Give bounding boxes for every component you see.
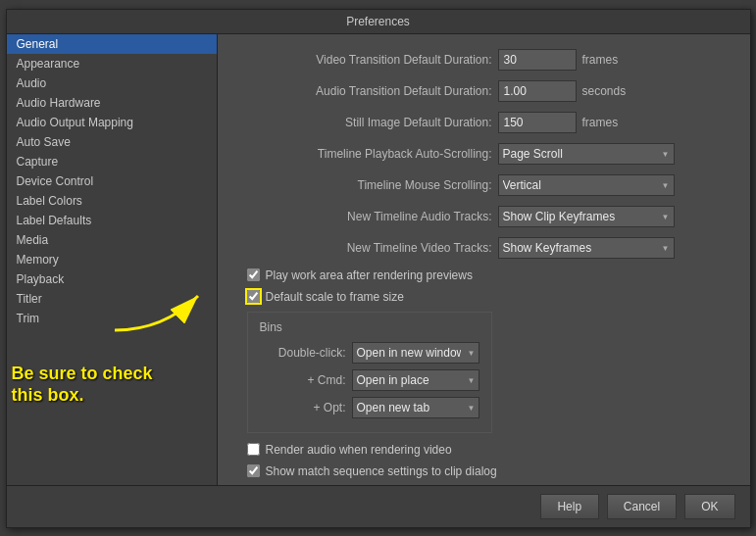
video-transition-unit: frames xyxy=(582,53,619,67)
cancel-button[interactable]: Cancel xyxy=(607,494,677,519)
bins-group: Bins Double-click: Open in new windowOpe… xyxy=(247,312,492,433)
audio-transition-row: Audio Transition Default Duration: secon… xyxy=(237,80,731,102)
main-panel: Video Transition Default Duration: frame… xyxy=(218,34,750,485)
default-scale-checkbox[interactable] xyxy=(247,290,260,303)
double-click-select-wrapper: Open in new windowOpen in place xyxy=(352,342,479,364)
timeline-playback-label: Timeline Playback Auto-Scrolling: xyxy=(237,147,492,161)
cmd-row: + Cmd: Open in placeOpen in new window xyxy=(260,369,479,391)
render-audio-label: Render audio when rendering video xyxy=(266,443,452,457)
sidebar-item-appearance[interactable]: Appearance xyxy=(7,54,217,73)
new-video-tracks-label: New Timeline Video Tracks: xyxy=(237,241,492,255)
opt-label: + Opt: xyxy=(260,401,346,414)
show-match-row: Show match sequence settings to clip dia… xyxy=(247,464,731,478)
sidebar-item-trim[interactable]: Trim xyxy=(7,309,217,328)
sidebar-item-media[interactable]: Media xyxy=(7,230,217,250)
render-audio-row: Render audio when rendering video xyxy=(247,443,731,457)
content-area: GeneralAppearanceAudioAudio HardwareAudi… xyxy=(7,34,750,485)
title-bar: Preferences xyxy=(7,10,750,34)
timeline-mouse-row: Timeline Mouse Scrolling: VerticalHorizo… xyxy=(237,174,731,196)
double-click-label: Double-click: xyxy=(260,346,346,360)
help-button[interactable]: Help xyxy=(540,494,599,519)
audio-transition-unit: seconds xyxy=(582,84,627,98)
sidebar-item-label-defaults[interactable]: Label Defaults xyxy=(7,211,217,230)
new-audio-tracks-row: New Timeline Audio Tracks: Show Clip Key… xyxy=(237,206,731,227)
new-video-tracks-row: New Timeline Video Tracks: Show Keyframe… xyxy=(237,237,731,259)
still-image-label: Still Image Default Duration: xyxy=(237,116,492,129)
video-transition-label: Video Transition Default Duration: xyxy=(237,53,492,67)
opt-row: + Opt: Open new tabOpen in new windowOpe… xyxy=(260,397,479,418)
dialog-title: Preferences xyxy=(346,15,410,28)
ok-button[interactable]: OK xyxy=(684,494,734,519)
render-audio-checkbox[interactable] xyxy=(247,443,260,456)
cmd-label: + Cmd: xyxy=(260,373,346,387)
sidebar-item-general[interactable]: General xyxy=(7,34,217,54)
show-match-label: Show match sequence settings to clip dia… xyxy=(266,464,497,478)
opt-select[interactable]: Open new tabOpen in new windowOpen in pl… xyxy=(352,397,479,418)
preferences-dialog: Preferences GeneralAppearanceAudioAudio … xyxy=(6,9,751,528)
sidebar-item-audio-output-mapping[interactable]: Audio Output Mapping xyxy=(7,113,217,132)
timeline-playback-select-wrapper: Page ScrollNo ScrollSmooth Scroll xyxy=(498,143,675,165)
default-scale-label: Default scale to frame size xyxy=(266,290,404,304)
new-audio-select-wrapper: Show Clip KeyframesShow Track KeyframesM… xyxy=(498,206,675,227)
audio-transition-label: Audio Transition Default Duration: xyxy=(237,84,492,98)
sidebar-item-titler[interactable]: Titler xyxy=(7,289,217,309)
sidebar-item-label-colors[interactable]: Label Colors xyxy=(7,191,217,211)
sidebar-item-auto-save[interactable]: Auto Save xyxy=(7,132,217,152)
default-scale-row: Default scale to frame size xyxy=(247,290,731,304)
play-work-area-row: Play work area after rendering previews xyxy=(247,268,731,282)
new-video-tracks-select[interactable]: Show KeyframesShow Clip KeyframesMinimiz… xyxy=(498,237,675,259)
play-work-area-checkbox[interactable] xyxy=(247,268,260,281)
timeline-playback-row: Timeline Playback Auto-Scrolling: Page S… xyxy=(237,143,731,165)
audio-transition-input[interactable] xyxy=(498,80,577,102)
video-transition-row: Video Transition Default Duration: frame… xyxy=(237,49,731,71)
cmd-select-wrapper: Open in placeOpen in new window xyxy=(352,369,479,391)
play-work-area-label: Play work area after rendering previews xyxy=(266,268,473,282)
sidebar-item-device-control[interactable]: Device Control xyxy=(7,171,217,191)
show-match-checkbox[interactable] xyxy=(247,464,260,477)
sidebar-item-playback[interactable]: Playback xyxy=(7,269,217,289)
new-audio-tracks-label: New Timeline Audio Tracks: xyxy=(237,210,492,223)
opt-select-wrapper: Open new tabOpen in new windowOpen in pl… xyxy=(352,397,479,418)
footer: Help Cancel OK xyxy=(7,485,750,527)
new-video-select-wrapper: Show KeyframesShow Clip KeyframesMinimiz… xyxy=(498,237,675,259)
sidebar-item-memory[interactable]: Memory xyxy=(7,250,217,269)
double-click-select[interactable]: Open in new windowOpen in place xyxy=(352,342,479,364)
cmd-select[interactable]: Open in placeOpen in new window xyxy=(352,369,479,391)
double-click-row: Double-click: Open in new windowOpen in … xyxy=(260,342,479,364)
annotation-text: Be sure to checkthis box. xyxy=(12,364,153,406)
timeline-playback-select[interactable]: Page ScrollNo ScrollSmooth Scroll xyxy=(498,143,675,165)
sidebar: GeneralAppearanceAudioAudio HardwareAudi… xyxy=(7,34,218,485)
sidebar-item-capture[interactable]: Capture xyxy=(7,152,217,171)
still-image-unit: frames xyxy=(582,116,619,129)
bins-title: Bins xyxy=(260,320,479,334)
sidebar-item-audio-hardware[interactable]: Audio Hardware xyxy=(7,93,217,113)
still-image-input[interactable] xyxy=(498,112,577,133)
still-image-row: Still Image Default Duration: frames xyxy=(237,112,731,133)
video-transition-input[interactable] xyxy=(498,49,577,71)
new-audio-tracks-select[interactable]: Show Clip KeyframesShow Track KeyframesM… xyxy=(498,206,675,227)
sidebar-item-audio[interactable]: Audio xyxy=(7,73,217,93)
timeline-mouse-select[interactable]: VerticalHorizontal xyxy=(498,174,675,196)
timeline-mouse-select-wrapper: VerticalHorizontal xyxy=(498,174,675,196)
timeline-mouse-label: Timeline Mouse Scrolling: xyxy=(237,178,492,192)
